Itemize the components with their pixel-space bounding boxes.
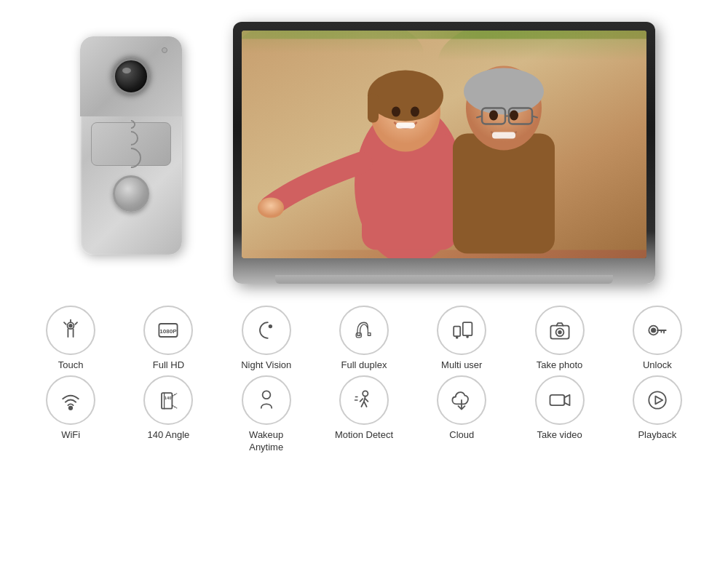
- feature-icon-playback: [633, 375, 682, 425]
- feature-icon-touch: [46, 306, 95, 355]
- feature-fullduplex: Full duplex: [320, 306, 408, 372]
- features-row-2: WiFi 140° 140 Angle: [22, 375, 706, 454]
- feature-icon-fullduplex: [339, 306, 389, 355]
- svg-rect-30: [454, 327, 460, 337]
- camera-top: [80, 36, 182, 116]
- feature-unlock: Unlock: [614, 306, 701, 372]
- feature-multiuser: Multi user: [418, 306, 505, 372]
- svg-rect-29: [463, 322, 472, 335]
- fullduplex-icon: [351, 317, 377, 343]
- svg-point-27: [269, 325, 272, 328]
- feature-icon-unlock: [633, 306, 682, 355]
- svg-rect-20: [492, 132, 515, 139]
- svg-point-9: [411, 107, 419, 117]
- feature-label-fullduplex: Full duplex: [341, 359, 387, 372]
- svg-point-21: [489, 111, 498, 121]
- svg-text:1080P: 1080P: [160, 328, 178, 335]
- feature-label-takevideo: Take video: [537, 429, 582, 442]
- feature-label-fullhd: Full HD: [153, 359, 184, 372]
- angle-icon: 140°: [155, 387, 181, 413]
- doorbell-camera: [73, 36, 189, 269]
- feature-cloud: Cloud: [418, 375, 505, 442]
- monitor-screen: [242, 31, 646, 258]
- feature-icon-fullhd: 1080P: [143, 306, 193, 355]
- camera-lens: [112, 57, 150, 95]
- feature-label-nightvision: Night Vision: [241, 359, 291, 372]
- feature-playback: Playback: [614, 375, 701, 442]
- camera-dot: [162, 47, 167, 53]
- feature-fullhd: 1080P Full HD: [124, 306, 212, 372]
- svg-rect-10: [396, 123, 415, 129]
- features-section: Touch 1080P Full HD: [22, 306, 706, 575]
- svg-rect-12: [453, 134, 555, 254]
- feature-label-wakeup: WakeupAnytime: [249, 429, 283, 454]
- feature-label-angle: 140 Angle: [148, 429, 190, 442]
- feature-label-wifi: WiFi: [61, 429, 80, 442]
- monitor-stand: [275, 275, 613, 284]
- feature-label-multiuser: Multi user: [441, 359, 482, 372]
- feature-wakeup: WakeupAnytime: [223, 375, 310, 454]
- fullhd-icon: 1080P: [155, 317, 181, 343]
- playback-icon: [644, 387, 670, 413]
- svg-point-6: [368, 71, 443, 121]
- rfid-wave-1: [125, 119, 138, 131]
- feature-icon-takevideo: [535, 375, 585, 425]
- nightvision-icon: [253, 317, 280, 343]
- multiuser-icon: [448, 317, 475, 343]
- feature-label-playback: Playback: [638, 429, 676, 442]
- cloud-icon: [448, 387, 475, 413]
- motion-icon: [351, 387, 377, 413]
- svg-point-46: [363, 391, 368, 396]
- svg-point-45: [262, 391, 270, 399]
- feature-takevideo: Take video: [516, 375, 604, 442]
- product-section: [22, 15, 706, 291]
- feature-icon-takephoto: [535, 306, 585, 355]
- svg-point-31: [456, 337, 458, 338]
- feature-icon-multiuser: [437, 306, 486, 355]
- feature-motion: Motion Detect: [320, 375, 408, 442]
- feature-icon-motion: [339, 375, 389, 425]
- feature-label-touch: Touch: [58, 359, 84, 372]
- feature-label-cloud: Cloud: [449, 429, 474, 442]
- rfid-waves: [121, 120, 141, 168]
- main-container: Touch 1080P Full HD: [0, 0, 728, 582]
- svg-point-40: [652, 328, 655, 332]
- feature-icon-angle: 140°: [143, 375, 193, 425]
- svg-point-14: [464, 68, 544, 115]
- feature-wifi: WiFi: [27, 375, 114, 442]
- feature-label-takephoto: Take photo: [537, 359, 583, 372]
- svg-point-41: [69, 406, 73, 410]
- svg-rect-7: [368, 94, 379, 123]
- svg-point-49: [649, 391, 665, 408]
- svg-rect-48: [550, 395, 564, 405]
- feature-icon-wakeup: [242, 375, 291, 425]
- svg-point-22: [510, 111, 518, 121]
- touch-icon: [58, 317, 84, 343]
- feature-takephoto: Take photo: [516, 306, 604, 372]
- svg-point-35: [558, 331, 561, 334]
- camera-rfid: [91, 122, 171, 166]
- unlock-icon: [644, 317, 670, 343]
- feature-label-unlock: Unlock: [643, 359, 672, 372]
- wifi-icon: [58, 387, 84, 413]
- rfid-wave-3: [116, 143, 146, 172]
- couple-illustration: [242, 31, 646, 258]
- feature-nightvision: Night Vision: [223, 306, 310, 372]
- feature-icon-nightvision: [242, 306, 291, 355]
- feature-label-motion: Motion Detect: [335, 429, 393, 442]
- svg-point-8: [392, 107, 400, 117]
- svg-point-32: [467, 336, 468, 338]
- rfid-wave-2: [121, 128, 141, 148]
- camera-button: [113, 175, 149, 212]
- feature-icon-cloud: [437, 375, 486, 425]
- monitor-display: [233, 22, 655, 284]
- takephoto-icon: [547, 317, 573, 343]
- feature-angle: 140° 140 Angle: [124, 375, 212, 442]
- feature-icon-wifi: [46, 375, 95, 425]
- svg-point-11: [258, 198, 284, 218]
- takevideo-icon: [547, 387, 573, 413]
- camera-body: [80, 36, 182, 255]
- wakeup-icon: [253, 387, 280, 413]
- monitor-image: [242, 31, 646, 258]
- feature-touch: Touch: [27, 306, 114, 372]
